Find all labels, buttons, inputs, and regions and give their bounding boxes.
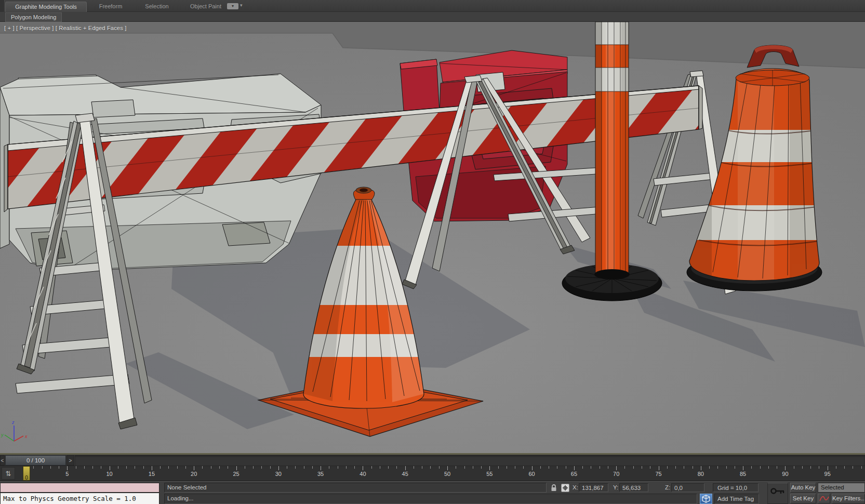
tab-selection[interactable]: Selection xyxy=(134,2,180,12)
selection-lock-icon[interactable] xyxy=(550,484,558,494)
axis-x-label: x xyxy=(24,434,28,439)
ribbon-minimize-button[interactable]: ▾ xyxy=(227,3,238,9)
tab-graphite-modeling-tools[interactable]: Graphite Modeling Tools xyxy=(5,2,87,12)
time-slider-display[interactable]: 0 / 100 xyxy=(5,455,66,466)
status-bar: Max to Physcs Geometry Scale = 1.0 None … xyxy=(0,481,865,504)
timeline-ruler[interactable]: ⇅ 05101520253035404550556065707580859095… xyxy=(0,466,865,481)
panel-tab-polygon-modeling[interactable]: Polygon Modeling xyxy=(5,12,62,22)
y-coord-field[interactable]: 56,633 xyxy=(619,483,648,492)
time-slider-bar: < 0 / 100 > xyxy=(0,455,865,466)
chevron-down-icon: ▾ xyxy=(232,4,234,8)
auto-key-button[interactable]: Auto Key xyxy=(790,483,816,493)
set-key-button[interactable]: Set Key xyxy=(790,494,816,503)
frame-back-button[interactable]: < xyxy=(0,455,5,466)
curve-icon xyxy=(818,494,830,503)
x-coord-label: X: xyxy=(573,484,578,490)
status-prompt-line: None Selected xyxy=(164,483,547,493)
axis-z-label: z xyxy=(11,420,15,425)
x-coord-field[interactable]: 131,867 xyxy=(579,483,608,492)
status-message-line: Loading... xyxy=(164,494,697,504)
add-time-tag[interactable]: Add Time Tag xyxy=(714,494,759,504)
cube-icon xyxy=(700,494,712,503)
maxscript-listener-input[interactable] xyxy=(0,483,159,493)
tab-freeform[interactable]: Freeform xyxy=(87,2,134,12)
ribbon-panel-bar: Polygon Modeling xyxy=(0,12,865,22)
transform-typein-icon[interactable] xyxy=(561,484,569,492)
key-icon xyxy=(770,486,786,496)
perspective-viewport[interactable]: z y x [ + ] [ Perspective ] [ Realistic … xyxy=(0,22,865,453)
z-coord-label: Z: xyxy=(665,484,670,490)
maxscript-listener-output[interactable]: Max to Physcs Geometry Scale = 1.0 xyxy=(0,493,159,504)
selection-set-dropdown[interactable]: Selected xyxy=(818,483,865,493)
y-coord-label: Y: xyxy=(613,484,618,490)
axis-y-label: y xyxy=(1,432,4,437)
track-bar[interactable] xyxy=(75,455,865,466)
key-filters-button[interactable]: Key Filters... xyxy=(832,494,865,503)
ribbon-minimize-dropdown-icon[interactable]: ▾ xyxy=(240,3,243,8)
ribbon-edge-grip xyxy=(0,0,5,12)
time-slider-marker[interactable]: 0 xyxy=(23,466,30,481)
viewport-label[interactable]: [ + ] [ Perspective ] [ Realistic + Edge… xyxy=(4,25,126,31)
key-filters-curve-button[interactable] xyxy=(818,494,830,503)
isolate-selection-button[interactable] xyxy=(700,494,712,504)
grid-size-display: Grid = 10,0 xyxy=(713,483,758,492)
tab-object-paint[interactable]: Object Paint xyxy=(180,2,232,12)
z-coord-field[interactable]: 0,0 xyxy=(671,483,704,492)
frame-forward-button[interactable]: > xyxy=(66,455,74,466)
mini-curve-editor-icon[interactable]: ⇅ xyxy=(2,467,15,480)
viewport-scene: z y x xyxy=(0,22,865,453)
scene-root: z y x xyxy=(0,22,865,453)
ribbon-tab-bar: Graphite Modeling Tools Freeform Selecti… xyxy=(0,0,865,12)
set-keys-button[interactable] xyxy=(767,483,788,504)
